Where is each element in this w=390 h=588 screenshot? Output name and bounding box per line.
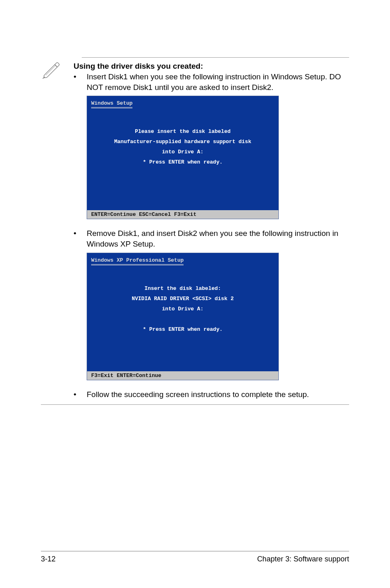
chapter-label: Chapter 3: Software support — [257, 555, 349, 563]
bullet-marker: • — [74, 228, 87, 249]
setup-line: * Press ENTER when ready. — [95, 326, 270, 332]
note-content: Using the driver disks you created: • In… — [74, 62, 349, 389]
bullet-text: Remove Disk1, and insert Disk2 when you … — [87, 228, 349, 249]
setup-line: Please insert the disk labeled — [95, 128, 270, 135]
setup-line: into Drive A: — [95, 306, 270, 312]
page-footer: 3-12 Chapter 3: Software support — [41, 551, 349, 563]
bullet-marker: • — [74, 389, 87, 400]
bottom-horizontal-rule — [41, 404, 349, 405]
setup-body: Insert the disk labeled: NVIDIA RAID DRI… — [87, 267, 278, 371]
setup-line: NVIDIA RAID DRIVER <SCSI> disk 2 — [95, 296, 270, 302]
setup-line: Manufacturer-supplied hardware support d… — [95, 139, 270, 145]
setup-title-bar: Windows XP Professional Setup — [87, 253, 278, 267]
windows-setup-screen-1: Windows Setup Please insert the disk lab… — [87, 96, 279, 219]
setup-line: * Press ENTER when ready. — [95, 159, 270, 165]
pencil-note-icon — [41, 60, 61, 80]
bullet-marker: • — [74, 72, 87, 92]
page-number: 3-12 — [41, 555, 56, 563]
setup-footer-bar: ENTER=Continue ESC=Cancel F3=Exit — [87, 210, 278, 219]
setup-title-text: Windows XP Professional Setup — [91, 257, 184, 265]
setup-body: Please insert the disk labeled Manufactu… — [87, 110, 278, 210]
top-horizontal-rule — [82, 57, 349, 58]
setup-line: Insert the disk labeled: — [95, 285, 270, 292]
setup-line: into Drive A: — [95, 149, 270, 155]
bullet-text: Insert Disk1 when you see the following … — [87, 72, 349, 92]
setup-footer-bar: F3=Exit ENTER=Continue — [87, 371, 278, 380]
bullet-item: • Remove Disk1, and insert Disk2 when yo… — [74, 228, 349, 249]
setup-title-text: Windows Setup — [91, 100, 132, 108]
bullet-item: • Follow the succeeding screen instructi… — [74, 389, 349, 400]
setup-title-bar: Windows Setup — [87, 96, 278, 110]
windows-setup-screen-2: Windows XP Professional Setup Insert the… — [87, 253, 279, 380]
note-block: Using the driver disks you created: • In… — [41, 62, 349, 389]
bullet-item: • Insert Disk1 when you see the followin… — [74, 72, 349, 92]
bullet-text: Follow the succeeding screen instruction… — [87, 389, 349, 400]
note-heading: Using the driver disks you created: — [74, 62, 349, 71]
